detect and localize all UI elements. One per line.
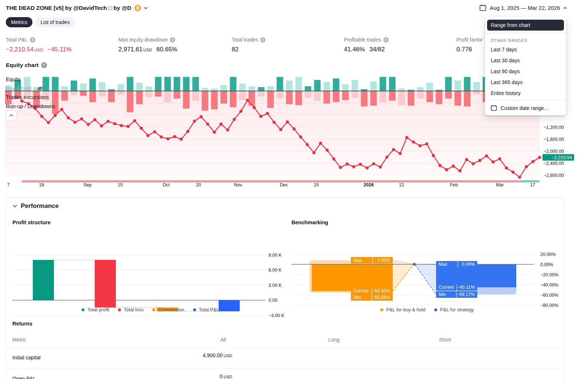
calendar-icon (479, 4, 486, 11)
drawdown-bar (146, 91, 152, 97)
menu-item-last-90-days[interactable]: Last 90 days (485, 66, 566, 77)
menu-item-last-30-days[interactable]: Last 30 days (485, 55, 566, 66)
x-axis-label: Feb (450, 182, 458, 187)
tab-list-of-trades[interactable]: List of trades (35, 17, 75, 27)
menu-item-custom-date-range[interactable]: Custom date range… (485, 102, 566, 112)
runup-bar (146, 86, 152, 91)
menu-item-entire-history[interactable]: Entire history (485, 88, 566, 99)
metric-value: 41.46% (344, 46, 365, 53)
equity-legend-item-run-up-drawdowns[interactable]: Run-up / Drawdowns (6, 102, 55, 111)
tab-metrics[interactable]: Metrics (6, 17, 32, 27)
equity-point (425, 142, 428, 146)
equity-point (365, 166, 369, 170)
drawdown-bar (408, 91, 414, 106)
menu-item-last-7-days[interactable]: Last 7 days (485, 44, 566, 55)
equity-point (252, 106, 256, 109)
legend-item-total-profit[interactable]: Total profit (82, 307, 109, 312)
legend-item-p-l-for-buy-hold[interactable]: P&L for buy & hold (380, 307, 426, 312)
equity-point (186, 130, 189, 133)
runup-bar (202, 88, 208, 91)
y-axis-label: −1,600.00 (544, 137, 564, 142)
info-icon[interactable] (260, 37, 266, 43)
date-range-selector[interactable]: Aug 1, 2025 — Mar 22, 2026 (479, 4, 567, 11)
drawdown-bar (342, 91, 349, 100)
x-axis-label: 12 (399, 182, 404, 187)
x-axis-label: 7 (7, 182, 10, 187)
buyhold-max-badge: Max7.93% (351, 257, 393, 264)
drawdown-bar (436, 91, 442, 104)
metric-total-trades: Total trades82 (232, 37, 266, 53)
equity-point (93, 118, 97, 121)
equity-point (219, 123, 223, 126)
drawdown-bar (427, 91, 433, 102)
menu-item-range-from-chart[interactable]: Range from chart (487, 20, 564, 31)
strategy-current-badge: Current−45.11% (436, 284, 477, 291)
equity-point (193, 119, 196, 123)
legend-dot (118, 308, 121, 311)
drawdown-bar (286, 91, 293, 104)
row-metric: Initial capital (12, 355, 40, 360)
legend-item-total-loss[interactable]: Total loss (118, 307, 144, 312)
runup-bar (248, 86, 255, 91)
equity-point (54, 114, 57, 117)
drawdown-bar (174, 91, 180, 99)
legend-item-p-l-for-strategy[interactable]: P&L for strategy (434, 307, 474, 312)
drawdown-bar (305, 91, 311, 98)
equity-point (379, 165, 382, 169)
drawdown-bar (183, 91, 189, 108)
runup-bar (230, 77, 236, 91)
runup-bar (352, 80, 358, 91)
drawdown-bar (61, 91, 68, 100)
x-axis-label: Oct (162, 182, 170, 187)
legend-label: Total P&L (199, 307, 219, 312)
equity-point (153, 130, 156, 134)
performance-title: Performance (21, 202, 59, 210)
metric-values: 41.46%34/82 (344, 46, 389, 53)
equity-point (67, 116, 70, 119)
info-icon[interactable] (383, 37, 389, 43)
performance-header[interactable]: Performance (13, 202, 59, 210)
equity-point (518, 176, 521, 179)
collapse-legend-button[interactable] (6, 110, 17, 121)
equity-point (200, 115, 203, 118)
eye-off-icon[interactable] (36, 85, 44, 92)
strip-profit-segment (519, 180, 540, 182)
benchmarking-chart[interactable]: 20.00%0.00%−20.00%−40.00%−60.00%−80.00% (6, 230, 564, 339)
menu-item-last-365-days[interactable]: Last 365 days (485, 77, 566, 88)
drawdown-bar (361, 91, 368, 106)
equity-point (233, 118, 236, 121)
returns-title: Returns (12, 321, 32, 327)
drawdown-bar (333, 91, 340, 102)
col-metric: Metric (12, 337, 26, 343)
info-icon[interactable] (170, 37, 175, 43)
x-axis-label: 20 (196, 182, 201, 187)
drawdown-bar (370, 91, 377, 106)
equity-point (113, 122, 117, 126)
drawdown-bar (352, 91, 358, 98)
drawdown-bar (164, 91, 171, 102)
x-axis-label: 18 (39, 182, 44, 187)
equity-legend-item-buy-hold[interactable]: Buy & hold (6, 84, 55, 93)
help-icon[interactable] (41, 62, 47, 68)
legend-label: Total profit (87, 307, 109, 312)
col-long: Long (328, 337, 340, 343)
legend-dot (380, 308, 383, 311)
drawdown-bar (99, 91, 105, 96)
legend-item-total-p-l[interactable]: Total P&L (193, 307, 219, 312)
x-axis-label: Sep (83, 182, 91, 187)
chevron-down-icon[interactable] (144, 6, 148, 10)
runup-bar (220, 85, 227, 91)
equity-legend-item-equity[interactable]: Equity (6, 75, 55, 84)
equity-point (259, 115, 263, 118)
equity-point (511, 171, 515, 174)
equity-point (47, 121, 50, 125)
y-axis-label: −80.00% (540, 303, 558, 308)
equity-legend-item-trades-excursions[interactable]: Trades excursions (6, 93, 55, 102)
equity-point (498, 157, 501, 161)
equity-point (40, 115, 43, 118)
info-icon[interactable] (30, 37, 35, 43)
legend-item-commission[interactable]: Commission (152, 307, 184, 312)
metric-label-text: Max equity drawdown (118, 37, 168, 43)
runup-bar (99, 82, 105, 91)
badge-value: −52.43% (372, 288, 393, 294)
